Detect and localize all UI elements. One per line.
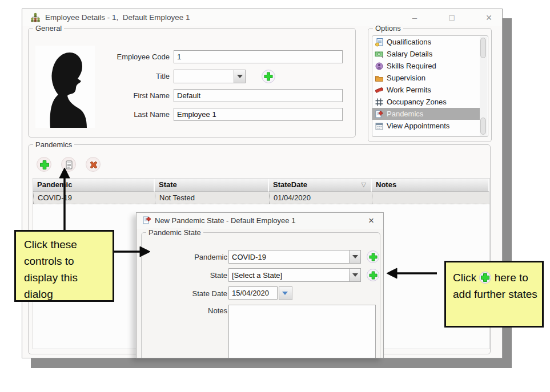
sidebar-item-label: Pandemics xyxy=(387,110,423,118)
pandemic-dropdown-button[interactable] xyxy=(349,250,360,263)
scrollbar-thumb[interactable] xyxy=(480,38,486,58)
table-row[interactable]: COVID-19 Not Tested 01/04/2020 xyxy=(33,192,489,204)
cell-pandemic: COVID-19 xyxy=(33,192,155,204)
date-picker-dropdown-button[interactable] xyxy=(279,287,292,300)
sidebar-item-work-permits[interactable]: Work Permits xyxy=(372,84,481,96)
pandemic-combobox-value: COVID-19 xyxy=(232,253,266,261)
occupancy-zones-icon xyxy=(375,98,384,107)
state-label: State xyxy=(210,271,227,280)
add-state-button[interactable] xyxy=(367,269,379,281)
sidebar-item-supervision[interactable]: Supervision xyxy=(372,72,481,84)
callout-click-controls: Click these controls to display this dia… xyxy=(14,230,114,302)
edit-pandemic-button[interactable] xyxy=(61,157,76,172)
add-pandemic-button[interactable] xyxy=(37,157,51,172)
sidebar-item-label: Qualifications xyxy=(387,38,431,46)
state-combobox-value: [Select a State] xyxy=(232,271,282,280)
pandemics-legend: Pandemics xyxy=(33,140,74,149)
table-header: Pandemic State StateDate ▽ Notes xyxy=(33,179,489,192)
sidebar-item-label: Salary Details xyxy=(387,50,432,58)
cell-notes xyxy=(372,192,489,204)
notes-label: Notes xyxy=(208,306,227,315)
pandemic-label: Pandemic xyxy=(194,253,227,261)
callout-add-states: Click here to add further states xyxy=(444,261,544,328)
options-list: Qualifications Salary Details xyxy=(372,35,488,137)
title-label: Title xyxy=(156,72,170,80)
sidebar-item-occupancy-zones[interactable]: Occupancy Zones xyxy=(372,96,481,108)
dialog-close-button[interactable]: × xyxy=(365,215,378,227)
state-dropdown-button[interactable] xyxy=(349,269,360,281)
minimize-button[interactable]: – xyxy=(405,11,424,24)
column-header-notes[interactable]: Notes xyxy=(372,179,489,192)
plus-icon xyxy=(369,271,378,280)
pandemics-icon xyxy=(142,216,151,225)
sidebar-item-label: View Appointments xyxy=(387,122,449,130)
supervision-icon xyxy=(375,74,384,83)
add-title-button[interactable] xyxy=(262,70,275,83)
state-date-input[interactable] xyxy=(228,286,278,300)
general-legend: General xyxy=(33,24,64,33)
last-name-row: Last Name xyxy=(29,108,356,122)
skills-icon xyxy=(375,62,384,71)
state-date-label: State Date xyxy=(192,289,227,298)
column-header-statedate[interactable]: StateDate ▽ xyxy=(269,179,372,192)
work-permits-icon xyxy=(375,86,384,95)
last-name-input[interactable] xyxy=(174,108,343,121)
qualifications-icon xyxy=(375,38,384,47)
options-legend: Options xyxy=(373,24,403,33)
first-name-row: First Name xyxy=(29,89,356,103)
sidebar-item-label: Supervision xyxy=(387,74,425,82)
document-icon xyxy=(64,160,74,170)
callout-right-text-before: Click xyxy=(453,272,476,284)
column-header-state[interactable]: State xyxy=(155,179,269,192)
employee-code-label: Employee Code xyxy=(117,52,170,61)
sidebar-item-qualifications[interactable]: Qualifications xyxy=(372,36,481,48)
plus-icon xyxy=(369,253,378,261)
employee-code-row: Employee Code xyxy=(29,50,356,64)
last-name-label: Last Name xyxy=(134,110,170,119)
page: Employee Details - 1, Default Employee 1… xyxy=(0,0,550,392)
dialog-title: New Pandemic State - Default Employee 1 xyxy=(155,216,295,225)
pandemic-state-groupbox: Pandemic State Pandemic COVID-19 State [… xyxy=(141,232,380,358)
pandemic-combobox[interactable]: COVID-19 xyxy=(228,250,361,264)
plus-icon xyxy=(39,160,50,170)
column-header-pandemic[interactable]: Pandemic xyxy=(33,179,155,192)
close-button[interactable]: × xyxy=(479,11,499,24)
callout-left-text: Click these controls to display this dia… xyxy=(24,239,78,300)
sidebar-item-label: Work Permits xyxy=(387,86,431,94)
sidebar-item-view-appointments[interactable]: View Appointments xyxy=(372,120,481,132)
appointments-icon xyxy=(375,122,384,131)
salary-icon xyxy=(375,50,384,59)
cell-state: Not Tested xyxy=(155,192,269,204)
sidebar-item-pandemics[interactable]: Pandemics xyxy=(372,108,481,120)
state-combobox[interactable]: [Select a State] xyxy=(228,268,361,282)
title-combobox[interactable] xyxy=(174,70,246,83)
pandemic-state-legend: Pandemic State xyxy=(146,228,203,237)
title-dropdown-button[interactable] xyxy=(234,70,245,83)
window-title: Employee Details - 1, Default Employee 1 xyxy=(45,13,190,22)
options-scrollbar[interactable] xyxy=(480,37,487,136)
sidebar-item-label: Skills Required xyxy=(387,62,436,70)
first-name-input[interactable] xyxy=(174,89,343,102)
new-pandemic-state-dialog: New Pandemic State - Default Employee 1 … xyxy=(136,212,384,358)
sort-descending-icon: ▽ xyxy=(362,181,366,188)
pandemics-icon xyxy=(375,110,384,119)
sidebar-item-salary-details[interactable]: Salary Details xyxy=(372,48,481,60)
delete-x-icon xyxy=(89,160,99,170)
first-name-label: First Name xyxy=(133,91,170,100)
scrollbar-thumb-lower[interactable] xyxy=(480,118,486,135)
plus-icon xyxy=(264,72,273,81)
cell-statedate: 01/04/2020 xyxy=(269,192,372,204)
window-shadow-bottom xyxy=(31,358,512,368)
sidebar-item-skills-required[interactable]: Skills Required xyxy=(372,60,481,72)
delete-pandemic-button[interactable] xyxy=(86,157,101,172)
employee-code-input[interactable] xyxy=(174,50,343,63)
dialog-titlebar: New Pandemic State - Default Employee 1 … xyxy=(137,213,383,229)
sidebar-item-label: Occupancy Zones xyxy=(387,98,447,106)
maximize-button[interactable]: □ xyxy=(442,11,461,24)
general-groupbox: General Employee Code Title xyxy=(28,28,356,138)
title-row: Title xyxy=(29,70,356,83)
notes-textarea[interactable] xyxy=(228,305,376,358)
date-picker-button-wrap xyxy=(279,286,292,300)
add-pandemic-option-button[interactable] xyxy=(367,250,379,263)
options-groupbox: Options Qualifications xyxy=(368,28,492,142)
